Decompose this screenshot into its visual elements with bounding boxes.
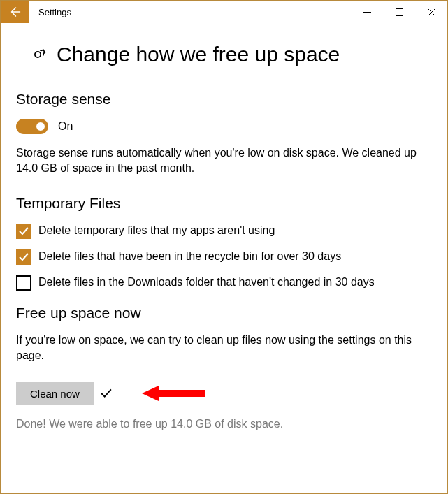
checkbox-label: Delete files that have been in the recyc… <box>38 249 341 264</box>
arrow-left-icon <box>8 6 21 18</box>
close-button[interactable] <box>415 1 447 23</box>
section-heading-temp-files: Temporary Files <box>16 195 432 212</box>
storage-sense-toggle-label: On <box>58 120 73 133</box>
delete-temp-files-checkbox[interactable] <box>16 224 31 239</box>
delete-recycle-bin-checkbox[interactable] <box>16 249 31 265</box>
annotation-arrow-icon <box>142 384 205 402</box>
checkmark-icon <box>19 252 29 262</box>
titlebar: Settings <box>1 1 447 23</box>
checkbox-row: Delete temporary files that my apps aren… <box>16 223 432 239</box>
delete-downloads-checkbox[interactable] <box>16 275 31 291</box>
checkmark-icon <box>19 226 29 236</box>
done-status-text: Done! We were able to free up 14.0 GB of… <box>16 418 432 430</box>
back-button[interactable] <box>1 1 29 23</box>
free-up-description: If you're low on space, we can try to cl… <box>16 333 421 364</box>
close-icon <box>428 8 435 16</box>
window-title: Settings <box>29 1 71 23</box>
success-checkmark-icon <box>101 388 112 399</box>
checkbox-row: Delete files in the Downloads folder tha… <box>16 275 432 291</box>
maximize-button[interactable] <box>383 1 415 23</box>
svg-rect-1 <box>396 8 403 15</box>
checkbox-row: Delete files that have been in the recyc… <box>16 249 432 265</box>
page-title: Change how we free up space <box>57 43 340 66</box>
checkbox-label: Delete temporary files that my apps aren… <box>38 223 275 238</box>
minimize-icon <box>363 8 371 16</box>
maximize-icon <box>396 8 403 16</box>
svg-marker-2 <box>142 386 205 401</box>
checkbox-label: Delete files in the Downloads folder tha… <box>38 275 375 290</box>
section-heading-free-up: Free up space now <box>16 305 432 321</box>
section-heading-storage-sense: Storage sense <box>16 91 432 108</box>
storage-sense-description: Storage sense runs automatically when yo… <box>16 145 421 177</box>
storage-sense-toggle[interactable] <box>16 119 48 134</box>
page-header: Change how we free up space <box>29 43 432 66</box>
gear-icon <box>29 45 47 64</box>
clean-now-button[interactable]: Clean now <box>16 382 94 405</box>
minimize-button[interactable] <box>351 1 383 23</box>
